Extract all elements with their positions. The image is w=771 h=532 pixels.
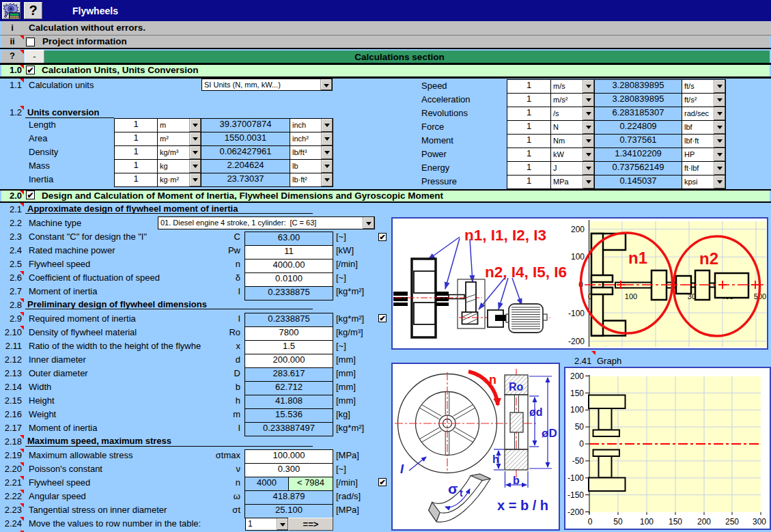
svg-text:n2, I4, I5, I6: n2, I4, I5, I6 [485,264,567,281]
svg-text:200: 200 [570,372,584,381]
svg-text:n2: n2 [699,249,718,268]
svg-text:100: 100 [625,292,637,300]
svg-text:x = b / h: x = b / h [497,498,548,513]
svg-text:-150: -150 [567,490,584,500]
svg-text:Ro: Ro [509,381,524,393]
svg-text:-200: -200 [567,507,584,517]
svg-text:-100: -100 [568,309,585,318]
svg-text:200: 200 [697,517,711,527]
svg-text:150: 150 [669,517,682,527]
svg-text:100: 100 [571,252,585,262]
svg-text:0: 0 [579,439,584,449]
svg-text:n: n [489,373,496,387]
svg-text:-50: -50 [572,456,585,466]
svg-text:0: 0 [588,517,593,527]
svg-text:ød: ød [529,406,543,418]
svg-text:200: 200 [571,225,585,234]
svg-text:n1: n1 [628,249,647,267]
svg-text:300: 300 [753,517,766,527]
svg-text:n1, I1, I2, I3: n1, I1, I2, I3 [464,227,546,244]
svg-text:σ: σ [448,481,458,496]
svg-text:250: 250 [725,517,739,527]
svg-text:150: 150 [570,389,584,398]
svg-text:t: t [460,488,463,499]
svg-text:-100: -100 [567,473,584,483]
svg-text:øD: øD [542,427,557,440]
svg-text:-200: -200 [568,337,585,346]
svg-text:50: 50 [575,422,585,432]
svg-text:b: b [513,475,520,486]
svg-text:50: 50 [613,517,623,527]
svg-text:100: 100 [640,517,654,527]
svg-text:h: h [492,453,499,465]
svg-text:100: 100 [570,405,584,415]
